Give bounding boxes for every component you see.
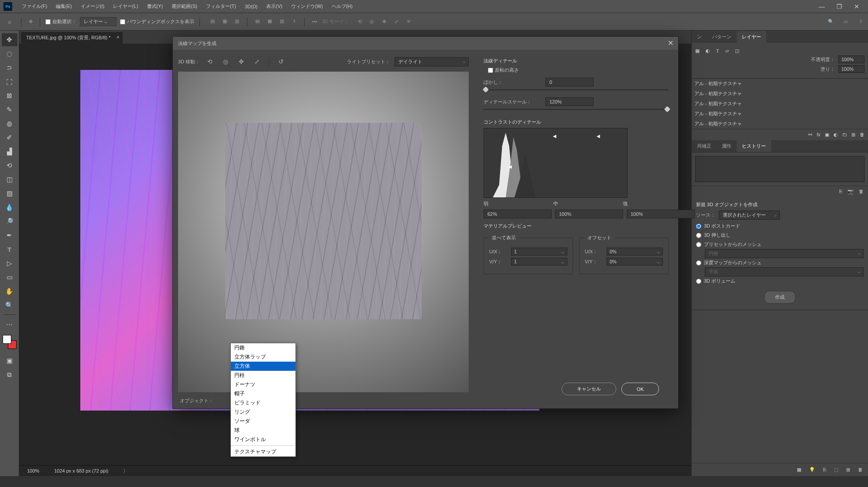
align-bottom-icon[interactable]: ▥ (278, 17, 286, 25)
3d-orbit-icon[interactable]: ⟲ (356, 18, 364, 26)
bottom-icon-3[interactable]: ⎘ (823, 467, 826, 473)
menu-3d[interactable]: 3D(D) (240, 0, 262, 13)
dd-texture-map[interactable]: テクスチャマップ (231, 447, 295, 456)
workspace-icon[interactable]: ▭ (842, 18, 850, 26)
move-tool[interactable]: ✥ (2, 33, 17, 46)
radio-extrusion[interactable]: 3D 押し出し (696, 231, 864, 240)
bottom-delete-icon[interactable]: 🗑 (858, 467, 863, 473)
maximize-button[interactable]: ❐ (831, 1, 847, 12)
zoom-tool[interactable]: 🔍 (2, 299, 17, 312)
tab-properties[interactable]: 属性 (717, 140, 737, 152)
layer-item[interactable]: アル - 初期テクスチャ (692, 99, 868, 109)
mask-icon[interactable]: ▣ (825, 132, 829, 138)
radio-mesh-preset[interactable]: プリセットからのメッシュ (696, 240, 864, 249)
blur-tool[interactable]: 💧 (2, 201, 17, 214)
menu-layer[interactable]: レイヤー(L) (109, 0, 142, 13)
frame-tool[interactable]: ⊠ (2, 89, 17, 102)
dd-soda[interactable]: ソーダ (231, 417, 295, 426)
eyedropper-tool[interactable]: ✎ (2, 103, 17, 116)
menu-window[interactable]: ウィンドウ(W) (287, 0, 327, 13)
hand-tool[interactable]: ✋ (2, 285, 17, 298)
dd-cube-wrap[interactable]: 立方体ラップ (231, 352, 295, 362)
filter-type-icon[interactable]: T (716, 48, 719, 54)
more-options-icon[interactable]: ••• (311, 17, 319, 25)
fx-icon[interactable]: fx (817, 132, 820, 138)
align-top-icon[interactable]: ▤ (254, 17, 261, 25)
blur-input[interactable] (546, 78, 594, 86)
brush-tool[interactable]: ✐ (2, 131, 17, 144)
history-new-doc-icon[interactable]: ⎘ (839, 189, 842, 194)
auto-select-check[interactable]: 自動選択： (45, 18, 76, 25)
distribute-icon[interactable]: ⫴ (290, 17, 298, 25)
quickmask-tool[interactable]: ▣ (2, 354, 17, 367)
tab-layers[interactable]: レイヤー (737, 31, 766, 43)
radio-postcard[interactable]: 3D ポストカード (696, 221, 864, 231)
edit-toolbar[interactable]: ⋯ (2, 318, 17, 331)
zoom-level[interactable]: 100% (27, 468, 39, 473)
screen-mode-tool[interactable]: ⧉ (2, 368, 17, 381)
minimize-button[interactable]: — (814, 1, 830, 12)
delete-layer-icon[interactable]: 🗑 (860, 132, 865, 138)
dialog-titlebar[interactable]: 法線マップを生成 ✕ (173, 37, 678, 50)
marquee-tool[interactable]: ◌ (2, 47, 17, 60)
align-center-h-icon[interactable]: ▦ (221, 17, 229, 25)
menu-type[interactable]: 書式(Y) (143, 0, 168, 13)
crop-tool[interactable]: ⛶ (2, 75, 17, 88)
tiling-ux-select[interactable]: 1 (511, 248, 567, 256)
filter-pixel-icon[interactable]: ▦ (695, 48, 700, 54)
dd-pyramid[interactable]: ピラミッド (231, 398, 295, 408)
hist-high-input[interactable] (627, 210, 695, 218)
layer-item[interactable]: アル - 初期テクスチャ (692, 89, 868, 99)
status-chevron-icon[interactable]: 〉 (123, 468, 128, 474)
tab-patterns[interactable]: パターン (707, 31, 737, 43)
healing-tool[interactable]: ◍ (2, 117, 17, 130)
dd-cone[interactable]: 円錐 (231, 343, 295, 352)
eraser-tool[interactable]: ◫ (2, 173, 17, 186)
dd-ring[interactable]: リング (231, 408, 295, 417)
tab-adjustments[interactable]: 局補正 (692, 140, 717, 152)
3d-slide-icon[interactable]: ⤢ (251, 56, 263, 67)
scale-input[interactable] (546, 97, 594, 106)
dd-donut[interactable]: ドーナツ (231, 380, 295, 389)
filter-smart-icon[interactable]: ◫ (735, 48, 739, 54)
share-icon[interactable]: ⇪ (857, 18, 865, 26)
pen-tool[interactable]: ✒ (2, 229, 17, 242)
bottom-icon-4[interactable]: ⬚ (834, 467, 838, 473)
document-tab[interactable]: TEXTURE.jpg @ 100% (背景, RGB/8) *× (21, 31, 123, 44)
link-layers-icon[interactable]: ⚯ (808, 132, 812, 138)
fill-input[interactable]: 100% (838, 65, 865, 73)
light-preset-select[interactable]: デイライト (395, 57, 469, 66)
menu-help[interactable]: ヘルプ(H) (327, 0, 357, 13)
menu-edit[interactable]: 編集(E) (51, 0, 76, 13)
bounding-box-check[interactable]: バウンディングボックスを表示 (120, 18, 194, 25)
stamp-tool[interactable]: ▟ (2, 145, 17, 158)
3d-pan-icon[interactable]: ✥ (380, 18, 388, 26)
dialog-close-icon[interactable]: ✕ (666, 38, 675, 47)
align-right-icon[interactable]: ▥ (233, 17, 241, 25)
layer-item[interactable]: アル - 初期テクスチャ (692, 109, 868, 119)
search-icon[interactable]: 🔍 (827, 18, 835, 26)
path-select-tool[interactable]: ▷ (2, 257, 17, 270)
color-swatches[interactable] (3, 335, 17, 349)
cancel-button[interactable]: キャンセル (562, 383, 616, 395)
opacity-input[interactable]: 100% (838, 55, 865, 63)
histogram[interactable]: ◀ ◀ ◀ (484, 128, 628, 198)
history-delete-icon[interactable]: 🗑 (859, 189, 864, 194)
menu-select[interactable]: 選択範囲(S) (167, 0, 202, 13)
3d-orbit-icon[interactable]: ⟲ (204, 56, 216, 67)
shape-tool[interactable]: ▭ (2, 271, 17, 284)
3d-slide-icon[interactable]: ⤢ (392, 18, 400, 26)
hist-mid-input[interactable] (555, 210, 623, 218)
bottom-icon-1[interactable]: ▦ (797, 467, 801, 473)
bottom-icon-2[interactable]: 💡 (809, 467, 815, 473)
menu-image[interactable]: イメージ(I) (76, 0, 109, 13)
offset-vy-select[interactable]: 0% (607, 258, 663, 266)
hist-low-input[interactable] (484, 210, 552, 218)
radio-volume[interactable]: 3D ボリューム (696, 276, 864, 286)
align-left-icon[interactable]: ▤ (209, 17, 216, 25)
3d-roll-icon[interactable]: ◎ (220, 56, 231, 67)
filter-adjust-icon[interactable]: ◐ (706, 48, 710, 54)
history-list[interactable] (695, 156, 865, 182)
dd-cube[interactable]: 立方体 (231, 362, 295, 371)
adjustment-icon[interactable]: ◐ (834, 132, 838, 138)
